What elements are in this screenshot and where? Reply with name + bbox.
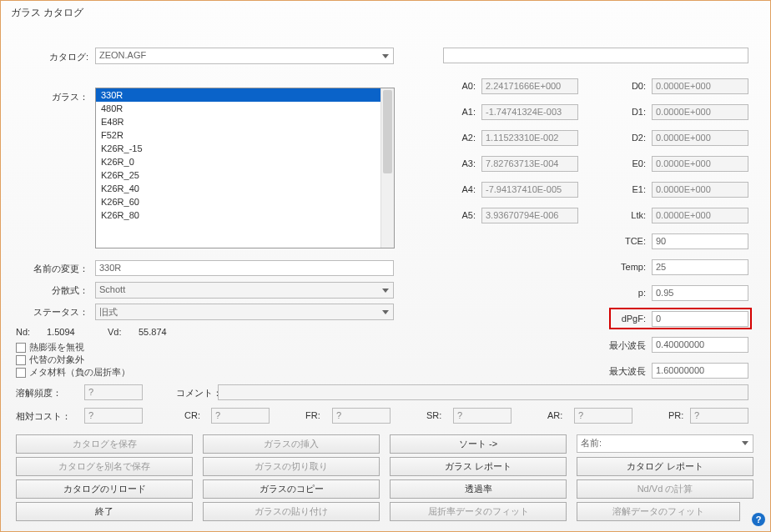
fit-index-button[interactable]: 屈折率データのフィット bbox=[390, 502, 567, 521]
help-icon[interactable]: ? bbox=[752, 513, 765, 526]
chk-ignore-thermal[interactable]: 熱膨張を無視 bbox=[16, 341, 84, 354]
rename-field[interactable]: 330R bbox=[95, 260, 394, 276]
meltfreq-field[interactable]: ? bbox=[84, 384, 143, 400]
catalog-dropdown[interactable]: ZEON.AGF bbox=[95, 48, 394, 64]
status-label: ステータス： bbox=[26, 306, 88, 319]
window-title: ガラス カタログ bbox=[11, 6, 83, 20]
a1-label: A1: bbox=[459, 107, 476, 117]
ltk-field[interactable]: 0.0000E+000 bbox=[652, 208, 748, 223]
d0-label: D0: bbox=[625, 81, 646, 91]
pr-field[interactable]: ? bbox=[690, 408, 748, 424]
list-scrollbar[interactable] bbox=[380, 88, 394, 248]
sr-field[interactable]: ? bbox=[453, 408, 511, 424]
nd-label: Nd: bbox=[16, 327, 30, 337]
maxwave-label: 最大波長 bbox=[604, 365, 646, 378]
pr-label: PR: bbox=[668, 410, 683, 420]
a0-field[interactable]: 2.24171666E+000 bbox=[481, 78, 578, 94]
dpgf-field[interactable]: 0 bbox=[652, 311, 748, 327]
save-catalog-button[interactable]: カタログを保存 bbox=[16, 434, 193, 454]
comment-label: コメント： bbox=[176, 387, 222, 399]
a5-field[interactable]: 3.93670794E-006 bbox=[481, 208, 578, 223]
ar-label: AR: bbox=[547, 410, 562, 420]
reload-catalog-button[interactable]: カタログのリロード bbox=[16, 479, 193, 499]
list-item[interactable]: F52R bbox=[96, 128, 394, 142]
a3-label: A3: bbox=[459, 158, 476, 168]
ndvd-calc-button[interactable]: Nd/Vd の計算 bbox=[577, 479, 753, 499]
sr-label: SR: bbox=[426, 410, 441, 420]
transmittance-button[interactable]: 透過率 bbox=[390, 479, 567, 499]
glass-report-button[interactable]: ガラス レポート bbox=[390, 457, 567, 476]
list-item[interactable]: 330R bbox=[96, 88, 394, 102]
chk-metamaterial[interactable]: メタ材料（負の屈折率） bbox=[16, 366, 130, 379]
d1-field[interactable]: 0.0000E+000 bbox=[652, 104, 748, 120]
fr-label: FR: bbox=[305, 410, 320, 420]
comment-field[interactable] bbox=[218, 384, 748, 400]
a0-label: A0: bbox=[459, 81, 476, 91]
relcost-field[interactable]: ? bbox=[84, 408, 143, 424]
meltfreq-label: 溶解頻度： bbox=[16, 387, 66, 399]
sort-name-dropdown[interactable]: 名前: bbox=[577, 434, 753, 453]
d2-field[interactable]: 0.0000E+000 bbox=[652, 130, 748, 146]
list-item[interactable]: K26R_0 bbox=[96, 155, 394, 168]
nd-value: 1.5094 bbox=[47, 327, 75, 337]
list-item[interactable]: E48R bbox=[96, 115, 394, 128]
tce-label: TCE: bbox=[621, 236, 646, 246]
list-item[interactable]: K26R_80 bbox=[96, 208, 394, 222]
scroll-thumb[interactable] bbox=[383, 90, 392, 173]
maxwave-field[interactable]: 1.60000000 bbox=[652, 363, 748, 379]
temp-label: Temp: bbox=[615, 262, 646, 272]
a2-label: A2: bbox=[459, 133, 476, 143]
fr-field[interactable]: ? bbox=[332, 408, 391, 424]
vd-value: 55.874 bbox=[139, 327, 167, 337]
d1-label: D1: bbox=[625, 107, 646, 117]
dispersion-dropdown[interactable]: Schott bbox=[95, 282, 394, 299]
a3-field[interactable]: 7.82763713E-004 bbox=[481, 156, 578, 172]
list-item[interactable]: K26R_60 bbox=[96, 195, 394, 208]
tce-field[interactable]: 90 bbox=[652, 233, 748, 249]
list-item[interactable]: K26R_40 bbox=[96, 182, 394, 195]
a1-field[interactable]: -1.74741324E-003 bbox=[481, 104, 578, 120]
d0-field[interactable]: 0.0000E+000 bbox=[652, 78, 748, 94]
status-dropdown[interactable]: 旧式 bbox=[95, 304, 394, 320]
glass-label: ガラス： bbox=[43, 91, 88, 103]
cut-glass-button[interactable]: ガラスの切り取り bbox=[203, 457, 380, 476]
p-label: p: bbox=[633, 288, 646, 298]
a4-field[interactable]: -7.94137410E-005 bbox=[481, 182, 578, 198]
e1-label: E1: bbox=[625, 184, 646, 194]
exit-button[interactable]: 終了 bbox=[16, 502, 193, 521]
dpgf-label: dPgF: bbox=[617, 314, 646, 324]
p-field[interactable]: 0.95 bbox=[652, 285, 748, 301]
paste-glass-button[interactable]: ガラスの貼り付け bbox=[203, 502, 380, 521]
copy-glass-button[interactable]: ガラスのコピー bbox=[203, 479, 380, 499]
minwave-field[interactable]: 0.40000000 bbox=[652, 337, 748, 353]
catalog-label: カタログ: bbox=[43, 51, 88, 63]
fit-melt-button[interactable]: 溶解データのフィット bbox=[577, 502, 740, 521]
list-item[interactable]: K26R_25 bbox=[96, 168, 394, 182]
dispersion-label: 分散式： bbox=[26, 284, 88, 297]
temp-field[interactable]: 25 bbox=[652, 259, 748, 275]
cr-field[interactable]: ? bbox=[211, 408, 270, 424]
checkbox-icon bbox=[16, 343, 26, 353]
list-item[interactable]: 480R bbox=[96, 102, 394, 115]
insert-glass-button[interactable]: ガラスの挿入 bbox=[203, 434, 380, 454]
a2-field[interactable]: 1.11523310E-002 bbox=[481, 130, 578, 146]
glass-catalog-window: ガラス カタログ カタログ: ZEON.AGF ガラス： 330R 480R E… bbox=[0, 0, 771, 532]
sort-button[interactable]: ソート -> bbox=[390, 434, 567, 454]
e1-field[interactable]: 0.0000E+000 bbox=[652, 182, 748, 198]
a4-label: A4: bbox=[459, 184, 476, 194]
e0-label: E0: bbox=[625, 158, 646, 168]
vd-label: Vd: bbox=[108, 327, 122, 337]
glass-listbox[interactable]: 330R 480R E48R F52R K26R_-15 K26R_0 K26R… bbox=[95, 88, 395, 248]
checkbox-icon bbox=[16, 368, 26, 378]
chk-exclude-sub[interactable]: 代替の対象外 bbox=[16, 354, 84, 366]
checkbox-icon bbox=[16, 355, 26, 365]
catalog-report-button[interactable]: カタログ レポート bbox=[577, 457, 753, 476]
e0-field[interactable]: 0.0000E+000 bbox=[652, 156, 748, 172]
rename-label: 名前の変更： bbox=[26, 263, 88, 275]
list-item[interactable]: K26R_-15 bbox=[96, 142, 394, 155]
saveas-catalog-button[interactable]: カタログを別名で保存 bbox=[16, 457, 193, 476]
catalog-comment-field[interactable] bbox=[443, 48, 748, 63]
relcost-label: 相対コスト： bbox=[16, 410, 74, 423]
ar-field[interactable]: ? bbox=[574, 408, 632, 424]
cr-label: CR: bbox=[184, 410, 200, 420]
